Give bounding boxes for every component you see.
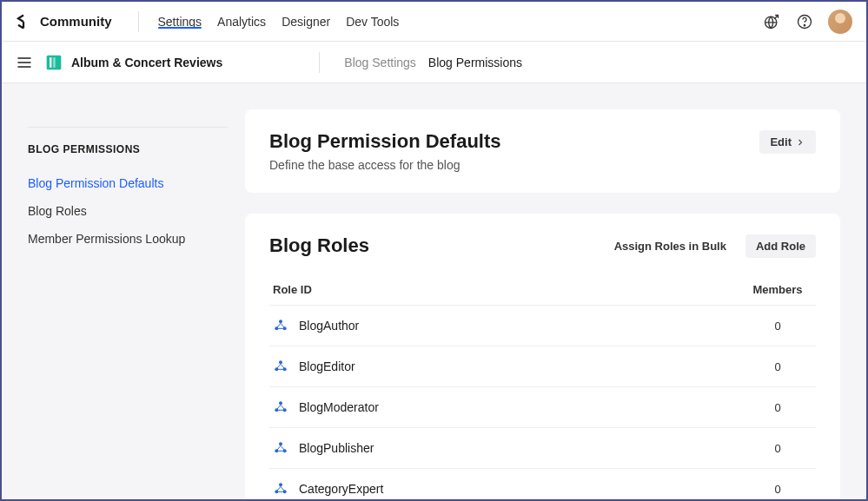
table-row[interactable]: BlogAuthor0	[269, 305, 816, 346]
topnav-item-dev-tools[interactable]: Dev Tools	[346, 15, 399, 29]
blog-node-icon	[45, 54, 63, 71]
avatar[interactable]	[828, 10, 852, 34]
role-name: BlogPublisher	[299, 441, 374, 455]
svg-point-12	[279, 360, 282, 364]
topbar-left: Community SettingsAnalyticsDesignerDev T…	[16, 11, 399, 32]
card-subtitle: Define the base access for the blog	[269, 158, 501, 172]
role-icon	[273, 318, 288, 333]
roles-table: Role ID Members BlogAuthor0BlogEditor0Bl…	[269, 274, 816, 499]
role-icon	[273, 399, 288, 415]
vertical-divider	[319, 52, 320, 73]
edit-button[interactable]: Edit	[759, 130, 816, 154]
table-row[interactable]: BlogPublisher0	[269, 427, 816, 468]
topnav-item-analytics[interactable]: Analytics	[217, 15, 266, 29]
sub-bar: Album & Concert Reviews Blog Settings Bl…	[2, 42, 866, 83]
top-nav: SettingsAnalyticsDesignerDev Tools	[158, 15, 400, 29]
table-row[interactable]: CategoryExpert0	[269, 468, 816, 499]
add-role-button[interactable]: Add Role	[745, 234, 816, 258]
col-role-id: Role ID	[273, 283, 743, 296]
edit-button-label: Edit	[770, 135, 792, 148]
brand-text: Community	[40, 14, 112, 29]
role-name: BlogEditor	[299, 359, 355, 373]
topnav-item-settings[interactable]: Settings	[158, 15, 202, 29]
chevron-right-icon	[795, 137, 805, 148]
sidebar-item-blog-roles[interactable]: Blog Roles	[28, 197, 228, 225]
members-count: 0	[743, 360, 812, 373]
table-header: Role ID Members	[269, 274, 816, 305]
col-members: Members	[743, 283, 812, 296]
card-title: Blog Permission Defaults	[269, 130, 501, 153]
content-wrap: BLOG PERMISSIONS Blog Permission Default…	[2, 83, 866, 499]
top-bar: Community SettingsAnalyticsDesignerDev T…	[2, 2, 866, 42]
breadcrumb-parent[interactable]: Blog Settings	[344, 56, 416, 69]
role-name: CategoryExpert	[299, 482, 383, 496]
svg-point-2	[804, 24, 805, 25]
sidebar-heading: BLOG PERMISSIONS	[28, 143, 228, 155]
globe-icon[interactable]	[762, 12, 781, 31]
assign-bulk-button[interactable]: Assign Roles in Bulk	[604, 234, 737, 258]
role-name: BlogModerator	[299, 400, 379, 414]
svg-point-15	[279, 401, 282, 405]
node-title: Album & Concert Reviews	[71, 56, 222, 69]
card-actions: Assign Roles in Bulk Add Role	[604, 234, 816, 258]
card-actions: Edit	[759, 130, 816, 154]
sidebar-item-blog-permission-defaults[interactable]: Blog Permission Defaults	[28, 169, 228, 197]
logo-icon	[16, 14, 31, 30]
svg-rect-7	[50, 57, 52, 68]
members-count: 0	[743, 320, 812, 333]
table-body: BlogAuthor0BlogEditor0BlogModerator0Blog…	[269, 305, 816, 499]
menu-icon[interactable]	[16, 54, 33, 71]
sidebar: BLOG PERMISSIONS Blog Permission Default…	[2, 83, 245, 499]
svg-point-9	[279, 320, 282, 323]
role-icon	[273, 440, 288, 456]
help-icon[interactable]	[795, 12, 814, 31]
card-title: Blog Roles	[269, 234, 369, 257]
topnav-item-designer[interactable]: Designer	[282, 15, 330, 29]
card-head: Blog Permission Defaults Define the base…	[269, 130, 816, 172]
table-row[interactable]: BlogModerator0	[269, 386, 816, 427]
topbar-right	[762, 10, 852, 34]
roles-card: Blog Roles Assign Roles in Bulk Add Role…	[245, 214, 840, 499]
main-content: Blog Permission Defaults Define the base…	[245, 83, 866, 499]
vertical-divider	[138, 11, 139, 32]
table-row[interactable]: BlogEditor0	[269, 346, 816, 386]
role-icon	[273, 481, 288, 497]
defaults-card: Blog Permission Defaults Define the base…	[245, 109, 840, 193]
svg-point-21	[279, 483, 282, 486]
svg-rect-8	[53, 57, 56, 68]
members-count: 0	[743, 483, 812, 496]
sidebar-divider	[28, 127, 228, 128]
svg-point-18	[279, 442, 282, 445]
role-icon	[273, 359, 288, 374]
breadcrumb: Blog Settings Blog Permissions	[319, 52, 852, 73]
breadcrumb-current: Blog Permissions	[428, 56, 522, 69]
card-text: Blog Permission Defaults Define the base…	[269, 130, 501, 172]
sidebar-item-member-permissions-lookup[interactable]: Member Permissions Lookup	[28, 225, 228, 253]
role-name: BlogAuthor	[299, 319, 359, 333]
card-head: Blog Roles Assign Roles in Bulk Add Role	[269, 234, 816, 262]
members-count: 0	[743, 442, 812, 455]
sidebar-links: Blog Permission DefaultsBlog RolesMember…	[28, 169, 228, 253]
members-count: 0	[743, 401, 812, 414]
